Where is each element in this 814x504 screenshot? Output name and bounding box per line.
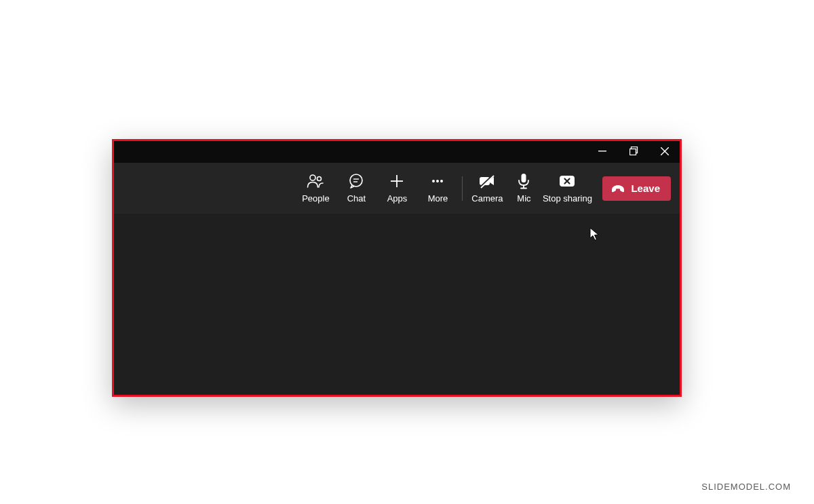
- camera-label: Camera: [471, 193, 503, 203]
- people-icon: [307, 173, 324, 189]
- svg-point-12: [432, 180, 435, 182]
- svg-rect-0: [598, 151, 606, 151]
- close-icon: [661, 147, 669, 155]
- mic-label: Mic: [517, 193, 530, 203]
- window-titlebar: [112, 139, 682, 163]
- mic-button[interactable]: Mic: [507, 173, 540, 203]
- teams-meeting-window: People Chat Apps: [112, 139, 682, 397]
- close-button[interactable]: [649, 139, 680, 163]
- people-label: People: [302, 193, 329, 203]
- svg-point-13: [436, 180, 439, 182]
- people-button[interactable]: People: [295, 173, 336, 203]
- chat-button[interactable]: Chat: [336, 173, 376, 203]
- stop-sharing-button[interactable]: Stop sharing: [540, 173, 594, 203]
- meeting-content-area: [114, 214, 680, 395]
- svg-point-5: [310, 175, 315, 180]
- more-label: More: [428, 193, 448, 203]
- mic-icon: [518, 173, 530, 189]
- meeting-toolbar: People Chat Apps: [112, 163, 682, 214]
- minimize-button[interactable]: [587, 139, 618, 163]
- svg-point-7: [350, 174, 362, 187]
- chat-icon: [348, 173, 364, 189]
- camera-off-icon: [478, 173, 496, 189]
- apps-label: Apps: [387, 193, 408, 203]
- svg-point-6: [317, 177, 322, 181]
- chat-label: Chat: [347, 193, 366, 203]
- leave-label: Leave: [631, 182, 660, 194]
- svg-rect-2: [629, 149, 636, 155]
- svg-rect-18: [522, 174, 526, 182]
- watermark: SLIDEMODEL.COM: [701, 482, 791, 492]
- toolbar-divider: [462, 176, 463, 201]
- ellipsis-icon: [430, 173, 445, 189]
- camera-button[interactable]: Camera: [467, 173, 507, 203]
- restore-icon: [629, 147, 638, 155]
- restore-button[interactable]: [618, 139, 649, 163]
- plus-icon: [389, 173, 404, 189]
- svg-point-14: [440, 180, 443, 182]
- minimize-icon: [598, 147, 606, 155]
- stop-sharing-label: Stop sharing: [543, 193, 592, 203]
- stop-sharing-icon: [558, 173, 576, 189]
- leave-button[interactable]: Leave: [602, 176, 671, 201]
- more-button[interactable]: More: [417, 173, 458, 203]
- apps-button[interactable]: Apps: [376, 173, 417, 203]
- hangup-icon: [610, 183, 625, 194]
